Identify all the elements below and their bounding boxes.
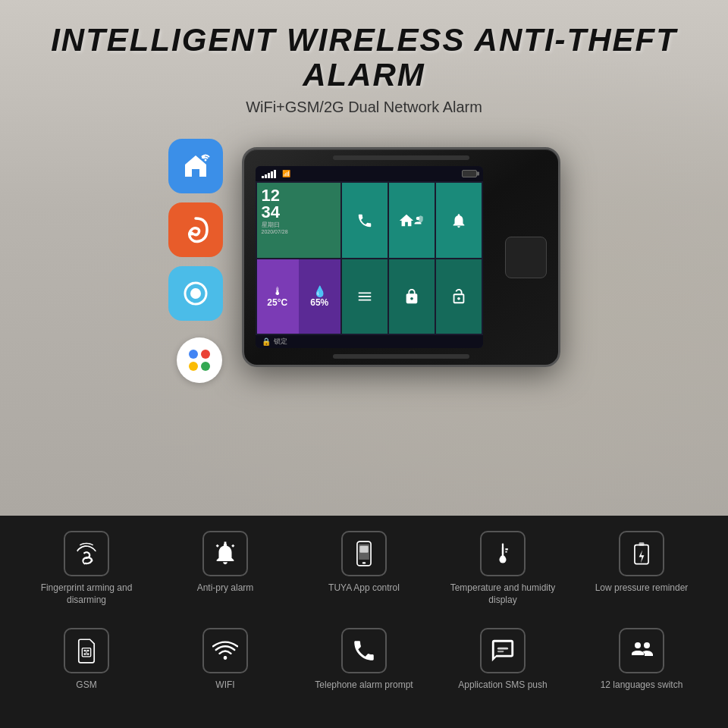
- svg-line-8: [217, 545, 218, 547]
- fingerprint-label: Fingerprint arming and disarming: [23, 582, 150, 606]
- sms-label: Application SMS push: [458, 679, 547, 692]
- feature-wifi: WIFI: [162, 628, 289, 714]
- svg-point-25: [224, 656, 228, 660]
- battery-icon: [462, 170, 477, 177]
- home-cell: [389, 183, 435, 258]
- low-pressure-icon-box: [619, 531, 664, 576]
- date-display: 2020/07/28: [262, 229, 336, 234]
- bottom-section: Fingerprint arming and disarming Anti-pr…: [0, 516, 728, 728]
- anti-pry-label: Anti-pry alarm: [197, 582, 254, 595]
- smart-home-icon: [168, 139, 223, 193]
- svg-point-3: [190, 288, 201, 299]
- alexa-icon: [168, 266, 223, 321]
- low-pressure-label: Low pressure reminder: [595, 582, 689, 595]
- svg-rect-21: [87, 649, 89, 651]
- telephone-icon-box: [341, 628, 387, 673]
- temperature-label: Temperature and humidity display: [439, 582, 566, 606]
- lock-open-cell: [436, 259, 482, 334]
- telephone-label: Telephone alarm prompt: [315, 679, 413, 692]
- feature-telephone: Telephone alarm prompt: [300, 628, 428, 714]
- status-bar: 📶: [256, 166, 483, 181]
- wifi-label: WIFI: [215, 679, 234, 692]
- feature-anti-pry: Anti-pry alarm: [162, 531, 289, 617]
- feature-sms: Application SMS push: [439, 628, 566, 714]
- signal-icon: [262, 169, 276, 178]
- time-display: 1234: [262, 187, 336, 221]
- svg-point-1: [190, 232, 193, 236]
- tuya-app-icon-box: [341, 531, 387, 576]
- gsm-icon-box: [64, 628, 109, 673]
- temp-cell: 🌡 25°C: [257, 259, 299, 334]
- features-row-2: GSM WIFI Telephone alarm prompt: [23, 628, 705, 714]
- alarm-panel: 📶 1234 星期日 2020/07/28: [242, 147, 560, 367]
- title-area: INTELLIGENT WIRELESS ANTI-THEFT ALARM Wi…: [0, 0, 728, 116]
- menu-cell: [342, 259, 388, 334]
- lock-closed-cell: [389, 259, 435, 334]
- top-section: INTELLIGENT WIRELESS ANTI-THEFT ALARM Wi…: [0, 0, 728, 516]
- gsm-label: GSM: [76, 679, 96, 692]
- svg-rect-11: [362, 562, 366, 563]
- tuya-icon: [168, 202, 223, 257]
- subtitle: WiFi+GSM/2G Dual Network Alarm: [0, 99, 728, 116]
- feature-fingerprint: Fingerprint arming and disarming: [23, 531, 150, 617]
- features-row-1: Fingerprint arming and disarming Anti-pr…: [23, 531, 705, 617]
- device-area: 📶 1234 星期日 2020/07/28: [0, 131, 728, 383]
- svg-point-0: [204, 159, 206, 162]
- day-display: 星期日: [262, 221, 336, 229]
- phone-cell: [342, 183, 388, 258]
- svg-rect-20: [84, 649, 86, 651]
- humidity-cell: 💧 65%: [299, 259, 340, 334]
- svg-rect-12: [359, 546, 368, 553]
- svg-rect-22: [84, 653, 86, 654]
- lock-status-bar: 🔒 锁定: [256, 335, 483, 348]
- google-assistant-icon: [177, 337, 222, 383]
- feature-tuya: TUYA App control: [300, 531, 428, 617]
- feature-gsm: GSM: [23, 628, 150, 714]
- anti-pry-icon-box: [202, 531, 248, 576]
- screen-grid: 1234 星期日 2020/07/28: [256, 181, 483, 335]
- device-screen: 📶 1234 星期日 2020/07/28: [256, 166, 483, 348]
- svg-line-7: [232, 545, 234, 547]
- svg-rect-27: [497, 651, 504, 652]
- tuya-label: TUYA App control: [328, 582, 400, 595]
- svg-rect-13: [502, 543, 504, 555]
- bell-cell: [436, 183, 482, 258]
- temp-panel: 🌡 25°C 💧 65%: [257, 259, 340, 334]
- feature-languages: 12 languages switch: [578, 628, 705, 714]
- wifi-icon-box: [202, 628, 248, 673]
- wifi-status-icon: 📶: [282, 170, 290, 177]
- svg-rect-26: [497, 647, 508, 649]
- sms-icon-box: [480, 628, 526, 673]
- feature-temperature: Temperature and humidity display: [439, 531, 566, 617]
- svg-rect-23: [87, 653, 89, 654]
- svg-rect-18: [639, 542, 645, 546]
- time-cell: 1234 星期日 2020/07/28: [257, 183, 340, 258]
- svg-point-14: [499, 556, 506, 563]
- svg-point-28: [635, 642, 641, 648]
- svg-rect-24: [86, 649, 87, 654]
- languages-icon-box: [619, 628, 664, 673]
- fingerprint-icon-box: [64, 531, 109, 576]
- fingerprint-sensor[interactable]: [505, 237, 547, 278]
- languages-label: 12 languages switch: [601, 679, 683, 692]
- main-title: INTELLIGENT WIRELESS ANTI-THEFT ALARM: [0, 23, 728, 93]
- feature-low-pressure: Low pressure reminder: [578, 531, 705, 617]
- svg-point-29: [644, 642, 650, 648]
- temperature-icon-box: [480, 531, 526, 576]
